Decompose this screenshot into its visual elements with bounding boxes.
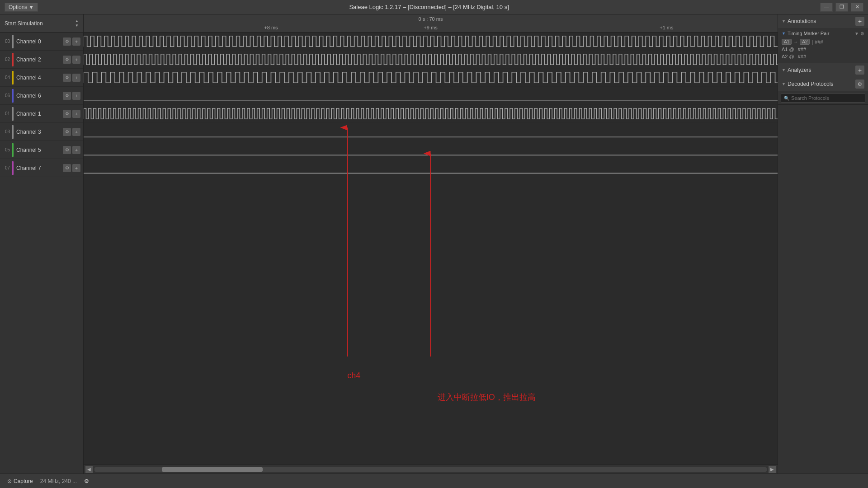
time-range-label: 0 s : 70 ms (419, 16, 443, 22)
start-simulation-button[interactable]: Start Simulation (5, 20, 43, 27)
capture-icon: ⊙ (7, 478, 12, 484)
scrollbar-area: ◀ ▶ (84, 465, 778, 474)
waveform-row-01 (84, 105, 778, 123)
restore-button[interactable]: ❐ (835, 3, 848, 12)
simulation-header: Start Simulation ▲ ▼ (0, 14, 83, 33)
sim-up-arrow[interactable]: ▲ (75, 19, 79, 23)
timing-marker-controls: ▼ ⚙ (854, 31, 864, 36)
channel-gear-button[interactable]: ⚙ (63, 38, 71, 46)
channel-number: 05 (3, 147, 10, 152)
waveform-row-07 (84, 159, 778, 177)
decoded-protocols-section: ▼ Decoded Protocols ⚙ 🔍 (778, 77, 868, 105)
timing-marker-title: Timing Marker Pair (788, 31, 830, 36)
channel-row-07: 07 Channel 7 ⚙ + (0, 159, 83, 177)
channel-add-button[interactable]: + (72, 128, 80, 136)
options-button[interactable]: Options ▼ (5, 3, 38, 12)
close-button[interactable]: ✕ (851, 3, 863, 12)
timing-filter-icon: ▼ (782, 31, 786, 36)
analyzers-title: Analyzers (788, 67, 811, 73)
analyzers-add-button[interactable]: + (855, 66, 864, 75)
analyzers-header-left: ▼ Analyzers (782, 67, 811, 73)
timing-a2-row: A2 @ ### (782, 53, 864, 60)
annotations-collapse-icon[interactable]: ▼ (782, 19, 786, 23)
channel-add-button[interactable]: + (72, 74, 80, 82)
channel-name: Channel 4 (16, 75, 63, 81)
a1-label: A1 @ (782, 47, 794, 52)
scrollbar-track[interactable] (94, 467, 767, 472)
arrow-icon: → (793, 39, 798, 44)
annotations-section: ▼ Annotations + ▼ Timing Marker Pair ▼ ⚙ (778, 14, 868, 63)
channel-row-01: 01 Channel 1 ⚙ + (0, 105, 83, 123)
channel-add-button[interactable]: + (72, 92, 80, 100)
analyzers-header: ▼ Analyzers + (778, 63, 868, 77)
channel-row-00: 00 Channel 0 ⚙ + (0, 33, 83, 51)
timing-marker-gear[interactable]: ⚙ (860, 31, 864, 36)
channel-add-button[interactable]: + (72, 164, 80, 172)
channel-name: Channel 3 (16, 129, 63, 135)
channel-number: 06 (3, 93, 10, 98)
window-controls: — ❐ ✕ (820, 3, 863, 12)
channel-add-button[interactable]: + (72, 56, 80, 64)
channel-gear-button[interactable]: ⚙ (63, 92, 71, 100)
capture-button[interactable]: ⊙ Capture (5, 477, 36, 485)
channel-color-bar (12, 143, 14, 157)
waveform-svg-05 (84, 141, 778, 159)
channel-gear-button[interactable]: ⚙ (63, 110, 71, 118)
sim-down-arrow[interactable]: ▼ (75, 23, 79, 28)
waveform-svg-02 (84, 51, 778, 68)
search-protocols-box[interactable]: 🔍 (781, 94, 865, 103)
channel-add-button[interactable]: + (72, 38, 80, 46)
a2-badge: A2 (800, 39, 810, 45)
channel-number: 04 (3, 75, 10, 80)
scroll-left-button[interactable]: ◀ (85, 466, 93, 473)
decoded-protocols-gear-button[interactable]: ⚙ (855, 80, 864, 89)
annotations-header-left: ▼ Annotations (782, 18, 816, 24)
channel-gear-button[interactable]: ⚙ (63, 146, 71, 154)
timing-a1a2-row: A1 → A2 | ### (782, 38, 864, 46)
interrupt-annotation-text: 进入中断拉低IO，推出拉高 (438, 393, 536, 402)
waveform-area[interactable]: ch4 进入中断拉低IO，推出拉高 (84, 33, 778, 465)
annotations-content: ▼ Timing Marker Pair ▼ ⚙ A1 → A2 | ### (778, 28, 868, 63)
channel-row-06: 06 Channel 6 ⚙ + (0, 87, 83, 105)
channel-gear-button[interactable]: ⚙ (63, 74, 71, 82)
a1-value: ### (798, 47, 806, 52)
channel-color-bar (12, 53, 14, 66)
settings-icon: ⚙ (84, 478, 89, 484)
timing-marker-dropdown[interactable]: ▼ (854, 31, 859, 36)
channel-gear-button[interactable]: ⚙ (63, 128, 71, 136)
decoded-protocols-header: ▼ Decoded Protocols ⚙ (778, 77, 868, 91)
channel-row-05: 05 Channel 5 ⚙ + (0, 141, 83, 159)
a2-label: A2 @ (782, 54, 794, 59)
search-protocols-input[interactable] (791, 95, 862, 101)
main-content: Start Simulation ▲ ▼ 00 Channel 0 ⚙ + 02… (0, 14, 868, 474)
channel-add-button[interactable]: + (72, 110, 80, 118)
channel-name: Channel 2 (16, 56, 63, 63)
channel-number: 03 (3, 129, 10, 134)
a1-badge: A1 (782, 39, 792, 45)
channel-color-bar (12, 125, 14, 139)
minimize-button[interactable]: — (820, 3, 833, 12)
channel-row-02: 02 Channel 2 ⚙ + (0, 51, 83, 69)
waveform-panel: 0 s : 70 ms +8 ms +9 ms +1 ms ch4 (84, 14, 778, 474)
waveform-rows (84, 33, 778, 177)
annotations-add-button[interactable]: + (855, 17, 864, 26)
channel-name: Channel 1 (16, 111, 63, 117)
decoded-protocols-header-left: ▼ Decoded Protocols (782, 81, 833, 87)
channel-gear-button[interactable]: ⚙ (63, 164, 71, 172)
channel-color-bar (12, 71, 14, 84)
scroll-right-button[interactable]: ▶ (769, 466, 776, 473)
analyzers-collapse-icon[interactable]: ▼ (782, 68, 786, 72)
frequency-label: 24 MHz, 240 ... (40, 478, 77, 484)
waveform-row-00 (84, 33, 778, 51)
scrollbar-thumb[interactable] (162, 467, 263, 472)
channel-gear-button[interactable]: ⚙ (63, 56, 71, 64)
channel-color-bar (12, 161, 14, 175)
channel-name: Channel 5 (16, 147, 63, 153)
channel-row-03: 03 Channel 3 ⚙ + (0, 123, 83, 141)
bottom-bar: ⊙ Capture 24 MHz, 240 ... ⚙ (0, 474, 868, 488)
decoded-protocols-collapse-icon[interactable]: ▼ (782, 82, 786, 86)
channel-add-button[interactable]: + (72, 146, 80, 154)
settings-button[interactable]: ⚙ (81, 477, 92, 485)
options-chevron-icon: ▼ (28, 4, 34, 10)
time-marker-9ms: +9 ms (424, 25, 437, 30)
